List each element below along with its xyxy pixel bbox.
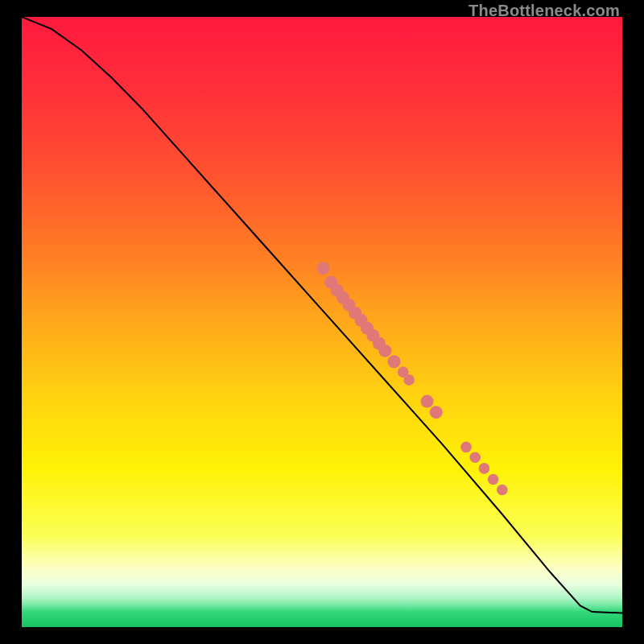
chart-background-gradient — [22, 17, 622, 627]
chart-plot-area — [22, 17, 622, 627]
watermark-text: TheBottleneck.com — [469, 2, 620, 20]
svg-rect-0 — [22, 17, 622, 627]
